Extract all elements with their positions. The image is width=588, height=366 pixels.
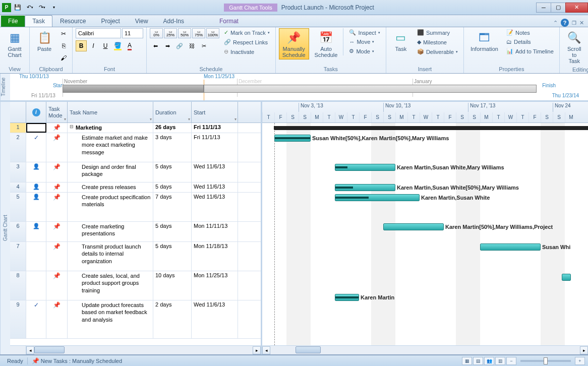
tab-addins[interactable]: Add-Ins	[156, 15, 192, 27]
indicator-cell[interactable]: ✓	[26, 300, 46, 338]
unlink-tasks-button[interactable]: ⛓	[186, 40, 197, 51]
auto-schedule-button[interactable]: 📅 Auto Schedule	[311, 28, 341, 59]
undo-button[interactable]: ↶▾	[24, 2, 35, 13]
summary-bar[interactable]	[274, 126, 588, 130]
scroll-left-button[interactable]: ◂	[26, 346, 34, 354]
split-task-button[interactable]: ✂	[198, 40, 209, 51]
duration-cell[interactable]: 2 days	[153, 300, 192, 338]
row-number[interactable]: 9	[10, 300, 26, 338]
cut-button[interactable]: ✂	[58, 28, 69, 39]
manually-schedule-button[interactable]: 📌 Manually Schedule	[279, 28, 309, 59]
percent-50-button[interactable]: ▭50%	[178, 28, 191, 38]
task-name-cell[interactable]: Create marketing presentations	[68, 222, 153, 241]
status-new-tasks[interactable]: 📌 New Tasks : Manually Scheduled	[28, 357, 126, 364]
col-header-start[interactable]: Start▾	[192, 102, 238, 123]
row-number[interactable]: 7	[10, 242, 26, 271]
gantt-hscroll[interactable]: ◂ ▸	[262, 345, 588, 354]
grid-hscroll[interactable]: ◂ ▸	[10, 345, 261, 354]
summary-button[interactable]: ⬛Summary	[415, 28, 460, 37]
file-tab[interactable]: File	[1, 16, 25, 27]
deliverable-button[interactable]: 📦Deliverable ▾	[415, 47, 460, 56]
inactivate-button[interactable]: ⊖Inactivate	[221, 47, 272, 56]
task-name-cell[interactable]: ⊟Marketing	[68, 123, 153, 133]
redo-button[interactable]: ↷▾	[36, 2, 47, 13]
duration-cell[interactable]: 5 days	[153, 182, 192, 192]
task-bar[interactable]: Karen Martin,Susan White[50%],Mary Willi…	[335, 184, 395, 191]
start-cell[interactable]: Wed 11/6/13	[192, 162, 238, 182]
task-name-cell[interactable]: Design and order final package	[68, 162, 153, 182]
start-cell[interactable]: Fri 11/1/13	[192, 123, 238, 133]
indent-button[interactable]: ➡	[162, 40, 173, 51]
save-button[interactable]: 💾	[12, 2, 23, 13]
zoom-out-button[interactable]: −	[506, 357, 516, 365]
format-painter-button[interactable]: 🖌	[58, 52, 69, 64]
mode-cell[interactable]: 📌	[46, 193, 68, 221]
row-number[interactable]: 8	[10, 271, 26, 300]
row-number[interactable]: 6	[10, 222, 26, 241]
copy-button[interactable]: ⎘	[58, 40, 69, 51]
outdent-button[interactable]: ⬅	[150, 40, 161, 51]
percent-100-button[interactable]: ▭100%	[206, 28, 219, 38]
maximize-button[interactable]: ▢	[551, 3, 566, 13]
col-header-name[interactable]: Task Name▾	[68, 102, 153, 123]
start-cell[interactable]: Wed 11/6/13	[192, 300, 238, 338]
mode-cell[interactable]: 📌	[46, 162, 68, 182]
percent-25-button[interactable]: ▭25%	[164, 28, 177, 38]
start-cell[interactable]: Fri 11/1/13	[192, 133, 238, 162]
start-cell[interactable]: Mon 11/11/13	[192, 222, 238, 241]
indicator-cell[interactable]: 👤	[26, 182, 46, 192]
table-row[interactable]: 9✓📌Update product forecasts based on mar…	[10, 300, 261, 339]
gantt-body[interactable]: Susan White[50%],Karen Martin[50%],Mary …	[262, 123, 588, 345]
task-bar[interactable]: Karen Martin	[335, 294, 359, 301]
start-cell[interactable]: Wed 11/6/13	[192, 193, 238, 221]
mode-cell[interactable]: 📌	[46, 182, 68, 192]
col-header-indicator[interactable]: i	[26, 102, 46, 123]
duration-cell[interactable]: 26 days	[153, 123, 192, 133]
task-name-cell[interactable]: Create sales, local, and product support…	[68, 271, 153, 300]
indicator-cell[interactable]: ✓	[26, 133, 46, 162]
duration-cell[interactable]: 3 days	[153, 133, 192, 162]
minimize-button[interactable]: ─	[536, 3, 551, 13]
task-bar[interactable]: Susan White[50%],Karen Martin[50%],Mary …	[274, 135, 311, 142]
indicator-cell[interactable]	[26, 123, 46, 133]
font-name-select[interactable]	[76, 28, 121, 38]
view-team-planner-button[interactable]: 👥	[484, 357, 494, 365]
font-size-select[interactable]	[122, 28, 143, 38]
col-header-mode[interactable]: Task Mode▾	[46, 102, 68, 123]
task-bar[interactable]: Karen Martin[50%],Mary Williams,Project	[383, 223, 444, 230]
task-name-cell[interactable]: Transmit product launch details to inter…	[68, 242, 153, 271]
task-bar[interactable]	[562, 274, 571, 281]
table-row[interactable]: 7📌Transmit product launch details to int…	[10, 242, 261, 271]
timeline-body[interactable]: Thu 10/31/13 Start Fri 11/1/13 November …	[10, 74, 588, 100]
restore-window-icon[interactable]: ❐	[572, 20, 576, 26]
italic-button[interactable]: I	[88, 40, 99, 51]
tab-view[interactable]: View	[128, 15, 156, 27]
mode-cell[interactable]: 📌	[46, 242, 68, 271]
mode-cell[interactable]: 📌	[46, 222, 68, 241]
notes-button[interactable]: 📝Notes	[504, 28, 556, 37]
add-to-timeline-button[interactable]: 📊Add to Timeline	[504, 47, 556, 55]
duration-cell[interactable]: 7 days	[153, 193, 192, 221]
duration-cell[interactable]: 5 days	[153, 242, 192, 271]
mode-cell[interactable]: 📌	[46, 300, 68, 338]
indicator-cell[interactable]	[26, 271, 46, 300]
view-task-usage-button[interactable]: ▤	[473, 357, 483, 365]
task-bar[interactable]: Karen Martin,Susan White,Mary Williams	[335, 164, 395, 171]
tab-resource[interactable]: Resource	[52, 15, 93, 27]
row-number[interactable]: 3	[10, 162, 26, 182]
font-color-button[interactable]: A	[124, 40, 135, 51]
view-gantt-button[interactable]: ▦	[462, 357, 472, 365]
mode-cell[interactable]: 📌	[46, 123, 68, 133]
mode-cell[interactable]: 📌	[46, 133, 68, 162]
table-row[interactable]: 8📌Create sales, local, and product suppo…	[10, 271, 261, 300]
start-cell[interactable]: Wed 11/6/13	[192, 182, 238, 192]
task-name-cell[interactable]: Create product specification materials	[68, 193, 153, 221]
mark-on-track-button[interactable]: ✓Mark on Track ▾	[221, 28, 272, 37]
percent-75-button[interactable]: ▭75%	[192, 28, 205, 38]
timeline-tab[interactable]: Timeline	[0, 74, 10, 100]
start-cell[interactable]: Mon 11/18/13	[192, 242, 238, 271]
task-name-cell[interactable]: Estimate market and make more exact mark…	[68, 133, 153, 162]
respect-links-button[interactable]: 🔗Respect Links	[221, 38, 272, 46]
table-row[interactable]: 1📌⊟Marketing26 daysFri 11/1/13	[10, 123, 261, 133]
row-number[interactable]: 4	[10, 182, 26, 192]
